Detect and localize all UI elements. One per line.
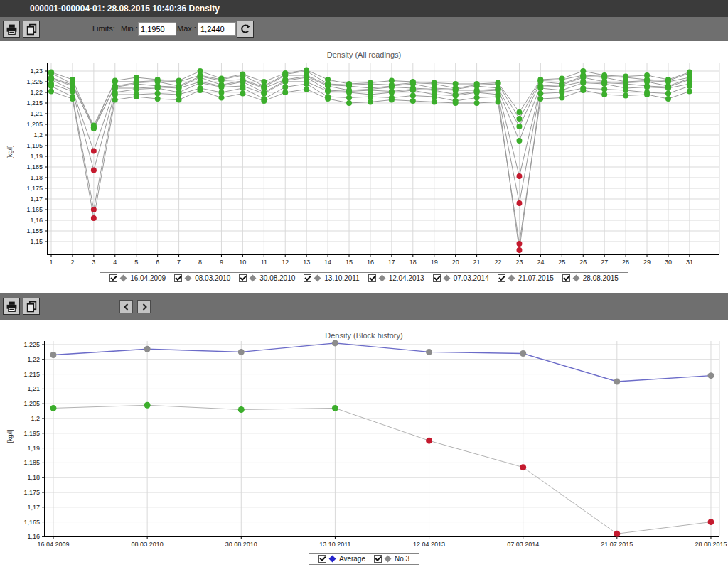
data-point-marker [346,95,352,101]
data-point-marker [176,97,182,103]
data-point-marker [559,90,564,95]
svg-text:1,19: 1,19 [30,153,43,160]
svg-text:1,195: 1,195 [26,142,43,149]
block-history-chart: Density (Block history) [kg/l] 1,161,165… [0,320,728,572]
next-block-button[interactable] [137,300,151,313]
gridlines [48,63,719,254]
svg-text:10: 10 [239,259,246,266]
data-point-marker [261,96,267,102]
series-marker-icon [378,275,385,282]
data-point-marker [198,80,203,86]
data-point-marker [240,91,245,97]
toolbar-top: Limits: Min.: Max.: [0,17,728,41]
data-point-marker [410,87,416,93]
legend-label: 30.08.2010 [259,274,295,282]
legend-checkbox[interactable] [368,274,376,282]
svg-text:1,22: 1,22 [27,356,40,363]
print-button[interactable] [3,298,20,315]
data-point-marker [91,207,97,212]
data-point-marker [155,91,161,97]
data-point-marker [614,531,620,537]
legend-checkbox[interactable] [174,274,182,282]
data-point-marker [112,92,118,97]
data-point-marker [516,247,522,253]
y-axis: 1,151,1551,161,1651,171,1751,181,1851,19… [26,63,48,254]
svg-text:15: 15 [346,259,353,266]
legend-label: Average [339,555,365,563]
legend-checkbox[interactable] [374,555,382,563]
data-point-marker [580,85,586,91]
svg-text:1,2: 1,2 [33,131,43,139]
data-point-marker [426,438,432,444]
series-marker-icon [250,275,257,282]
data-point-marker [91,168,97,173]
legend-checkbox[interactable] [562,274,570,282]
legend-item: 30.08.2010 [239,274,295,282]
max-label: Max.: [177,17,196,41]
data-point-marker [368,99,373,105]
printer-icon [6,23,18,36]
min-input[interactable] [138,22,176,36]
svg-text:1,155: 1,155 [26,227,43,234]
legend-checkbox[interactable] [109,274,117,282]
max-input[interactable] [198,22,236,36]
data-point-marker [426,349,432,355]
copy-button[interactable] [23,21,40,38]
series-lines [53,343,711,534]
legend-checkbox[interactable] [433,274,441,282]
legend-checkbox[interactable] [318,555,326,563]
all-readings-plot: 1,151,1551,161,1651,171,1751,181,1851,19… [0,41,728,293]
data-point-marker [516,109,522,115]
series-marker-icon [443,275,450,282]
svg-text:7: 7 [177,259,181,266]
series-marker-icon [314,275,321,282]
legend-checkbox[interactable] [239,274,247,282]
legend-label: 16.04.2009 [130,274,166,282]
legend-item: 12.04.2013 [368,274,424,282]
svg-text:1,16: 1,16 [27,533,40,540]
svg-text:1,215: 1,215 [23,371,40,378]
svg-text:1,165: 1,165 [23,519,40,526]
data-point-marker [453,98,459,104]
all-readings-chart: Density (All readings) [kg/l] 1,151,1551… [0,41,728,293]
legend-item: No.3 [374,555,410,563]
data-point-marker [238,406,245,413]
data-point-marker [644,90,650,95]
legend-item: Average [318,555,365,563]
data-point-marker [516,173,522,179]
data-point-marker [70,89,75,95]
svg-text:1,21: 1,21 [27,385,40,392]
svg-text:1,225: 1,225 [26,78,43,85]
series-marker-icon [572,275,579,282]
svg-text:1,205: 1,205 [26,121,43,128]
svg-text:3: 3 [92,259,95,266]
data-point-marker [304,87,309,92]
data-point-marker [496,94,501,99]
svg-text:29: 29 [643,259,651,266]
data-point-marker [134,87,139,92]
svg-text:25: 25 [558,259,565,266]
legend-item: 13.10.2011 [304,274,359,282]
data-point-marker [623,93,628,99]
svg-text:8: 8 [198,259,202,266]
data-point-marker [218,85,224,90]
x-axis: 1234567891011121314151617181920212223242… [47,254,719,266]
legend-checkbox[interactable] [498,274,505,282]
svg-text:1,175: 1,175 [26,185,43,192]
legend-checkbox[interactable] [304,274,311,282]
legend-label: 07.03.2014 [454,274,489,282]
previous-block-button[interactable] [119,300,133,313]
svg-text:21.07.2015: 21.07.2015 [601,541,633,548]
svg-text:1,15: 1,15 [30,238,43,245]
data-point-marker [410,98,416,104]
refresh-button[interactable] [237,21,254,38]
data-point-marker [665,85,671,91]
series-marker-icon [508,275,515,282]
svg-text:07.03.2014: 07.03.2014 [507,541,539,548]
data-point-marker [238,349,245,355]
print-button[interactable] [3,21,20,38]
legend-label: 12.04.2013 [389,274,424,282]
data-point-marker [520,464,526,470]
copy-button[interactable] [23,298,40,315]
data-point-marker [50,405,57,411]
